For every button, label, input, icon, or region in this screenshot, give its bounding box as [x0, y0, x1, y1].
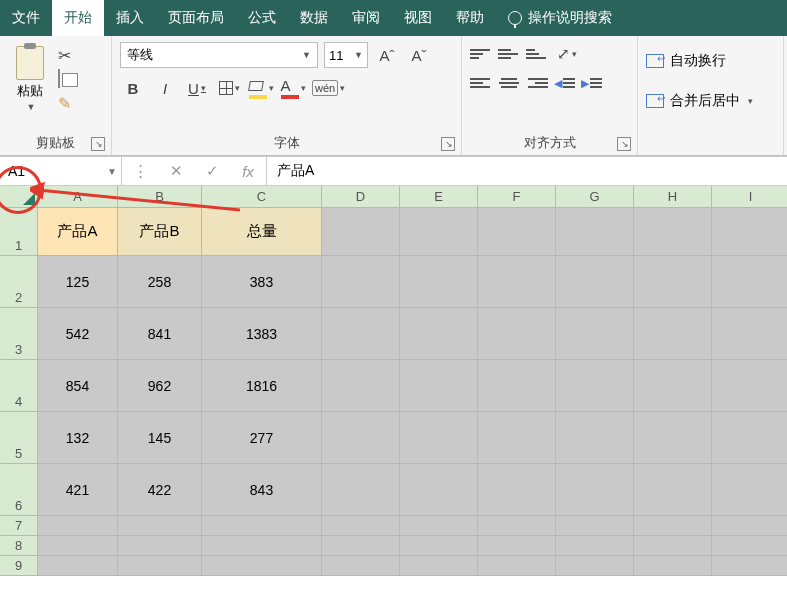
menu-home[interactable]: 开始 [52, 0, 104, 36]
wrap-text-button[interactable]: 自动换行 [646, 46, 753, 76]
cell[interactable] [322, 256, 400, 308]
cell[interactable] [634, 412, 712, 464]
cell[interactable]: 542 [38, 308, 118, 360]
cell[interactable] [202, 516, 322, 536]
menu-review[interactable]: 审阅 [340, 0, 392, 36]
cell[interactable]: 1383 [202, 308, 322, 360]
cell[interactable] [478, 360, 556, 412]
cell[interactable] [322, 308, 400, 360]
cell[interactable] [322, 536, 400, 556]
cell[interactable]: 383 [202, 256, 322, 308]
cell[interactable] [400, 556, 478, 576]
cell[interactable]: 854 [38, 360, 118, 412]
cell[interactable] [634, 208, 712, 256]
format-painter-button[interactable]: ✎ [58, 94, 78, 112]
cell[interactable]: 843 [202, 464, 322, 516]
formula-enter-button[interactable]: ✓ [194, 162, 230, 180]
col-header[interactable]: I [712, 186, 787, 208]
orientation-button[interactable]: ⤢▾ [554, 42, 580, 66]
select-all-corner[interactable] [0, 186, 38, 208]
cut-button[interactable]: ✂ [58, 46, 78, 64]
font-size-select[interactable]: 11 ▼ [324, 42, 368, 68]
cell[interactable] [556, 464, 634, 516]
cell[interactable] [322, 208, 400, 256]
align-left-button[interactable] [470, 74, 492, 92]
cell[interactable]: 962 [118, 360, 202, 412]
copy-button[interactable] [58, 70, 78, 88]
cell[interactable] [400, 256, 478, 308]
align-bottom-button[interactable] [526, 45, 548, 63]
cell[interactable] [400, 516, 478, 536]
cell[interactable] [478, 464, 556, 516]
align-right-button[interactable] [526, 74, 548, 92]
formula-input[interactable]: 产品A [267, 157, 787, 185]
cell[interactable] [118, 556, 202, 576]
phonetic-button[interactable]: wén▾ [312, 76, 345, 100]
formula-expand-button[interactable]: ⋮ [122, 162, 158, 180]
dialog-launcher-icon[interactable]: ↘ [441, 137, 455, 151]
cell[interactable] [400, 412, 478, 464]
cell[interactable] [634, 308, 712, 360]
cell[interactable] [712, 208, 787, 256]
menu-data[interactable]: 数据 [288, 0, 340, 36]
cell[interactable] [634, 464, 712, 516]
align-center-button[interactable] [498, 74, 520, 92]
cell[interactable] [478, 516, 556, 536]
decrease-indent-button[interactable]: ◀ [554, 77, 575, 90]
cell[interactable] [202, 556, 322, 576]
cell[interactable] [712, 360, 787, 412]
cell[interactable] [712, 536, 787, 556]
menu-insert[interactable]: 插入 [104, 0, 156, 36]
cell[interactable] [634, 516, 712, 536]
formula-cancel-button[interactable]: ✕ [158, 162, 194, 180]
cell[interactable] [202, 536, 322, 556]
row-header[interactable]: 2 [0, 256, 38, 308]
cell[interactable] [38, 556, 118, 576]
cell[interactable] [400, 360, 478, 412]
cell[interactable] [634, 536, 712, 556]
cell[interactable]: 145 [118, 412, 202, 464]
col-header[interactable]: D [322, 186, 400, 208]
menu-file[interactable]: 文件 [0, 0, 52, 36]
row-header[interactable]: 5 [0, 412, 38, 464]
row-header[interactable]: 1 [0, 208, 38, 256]
col-header[interactable]: H [634, 186, 712, 208]
menu-page-layout[interactable]: 页面布局 [156, 0, 236, 36]
col-header[interactable]: G [556, 186, 634, 208]
italic-button[interactable]: I [152, 76, 178, 100]
cell[interactable] [556, 556, 634, 576]
cell[interactable] [712, 412, 787, 464]
col-header[interactable]: A [38, 186, 118, 208]
cell[interactable]: 产品B [118, 208, 202, 256]
cell[interactable] [556, 208, 634, 256]
cell[interactable]: 422 [118, 464, 202, 516]
cell[interactable]: 841 [118, 308, 202, 360]
menu-help[interactable]: 帮助 [444, 0, 496, 36]
cell[interactable] [478, 412, 556, 464]
cell[interactable] [712, 308, 787, 360]
increase-indent-button[interactable]: ▶ [581, 77, 602, 90]
cell[interactable] [712, 256, 787, 308]
cell[interactable]: 421 [38, 464, 118, 516]
bold-button[interactable]: B [120, 76, 146, 100]
cell[interactable]: 1816 [202, 360, 322, 412]
row-header[interactable]: 9 [0, 556, 38, 576]
cell[interactable] [712, 464, 787, 516]
align-top-button[interactable] [470, 45, 492, 63]
cell[interactable] [478, 556, 556, 576]
col-header[interactable]: E [400, 186, 478, 208]
cell[interactable] [118, 536, 202, 556]
paste-button[interactable]: 粘贴 ▼ [8, 42, 52, 112]
cell[interactable] [634, 360, 712, 412]
cell[interactable] [38, 536, 118, 556]
cell[interactable] [634, 256, 712, 308]
cell[interactable] [400, 536, 478, 556]
fx-icon[interactable]: fx [230, 163, 266, 180]
cell[interactable] [118, 516, 202, 536]
cell[interactable]: 125 [38, 256, 118, 308]
cell[interactable] [556, 536, 634, 556]
cell[interactable] [400, 308, 478, 360]
shrink-font-button[interactable]: Aˇ [406, 43, 432, 67]
col-header[interactable]: F [478, 186, 556, 208]
cell[interactable] [478, 208, 556, 256]
